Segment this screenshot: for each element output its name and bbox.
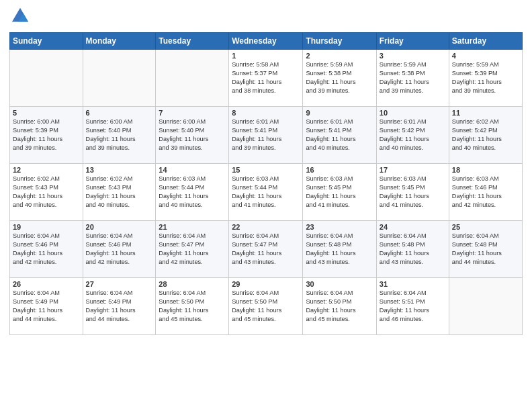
calendar-cell: 29Sunrise: 6:04 AM Sunset: 5:50 PM Dayli… bbox=[229, 278, 303, 335]
day-info: Sunrise: 5:59 AM Sunset: 5:38 PM Dayligh… bbox=[380, 60, 446, 95]
calendar-cell: 27Sunrise: 6:04 AM Sunset: 5:49 PM Dayli… bbox=[83, 278, 156, 335]
calendar-cell: 22Sunrise: 6:04 AM Sunset: 5:47 PM Dayli… bbox=[229, 221, 303, 278]
calendar-cell: 12Sunrise: 6:02 AM Sunset: 5:43 PM Dayli… bbox=[10, 164, 83, 221]
day-number: 26 bbox=[13, 280, 80, 288]
day-info: Sunrise: 6:01 AM Sunset: 5:42 PM Dayligh… bbox=[380, 118, 446, 152]
day-number: 21 bbox=[159, 223, 226, 231]
day-number: 20 bbox=[86, 223, 153, 231]
day-info: Sunrise: 6:04 AM Sunset: 5:50 PM Dayligh… bbox=[306, 289, 373, 324]
calendar-cell bbox=[10, 50, 83, 107]
calendar-cell: 25Sunrise: 6:04 AM Sunset: 5:48 PM Dayli… bbox=[449, 221, 522, 278]
day-number: 4 bbox=[452, 52, 519, 60]
day-info: Sunrise: 6:02 AM Sunset: 5:42 PM Dayligh… bbox=[452, 118, 519, 152]
weekday-label: Sunday bbox=[10, 33, 83, 50]
day-number: 9 bbox=[306, 109, 373, 117]
calendar-cell: 30Sunrise: 6:04 AM Sunset: 5:50 PM Dayli… bbox=[303, 278, 376, 335]
calendar-cell: 15Sunrise: 6:03 AM Sunset: 5:44 PM Dayli… bbox=[229, 164, 303, 221]
calendar-week-row: 1Sunrise: 5:58 AM Sunset: 5:37 PM Daylig… bbox=[10, 50, 523, 107]
calendar-cell: 8Sunrise: 6:01 AM Sunset: 5:41 PM Daylig… bbox=[229, 107, 303, 164]
calendar-cell: 5Sunrise: 6:00 AM Sunset: 5:39 PM Daylig… bbox=[10, 107, 83, 164]
day-number: 7 bbox=[159, 109, 226, 117]
day-info: Sunrise: 6:03 AM Sunset: 5:44 PM Dayligh… bbox=[232, 175, 300, 210]
calendar-cell: 26Sunrise: 6:04 AM Sunset: 5:49 PM Dayli… bbox=[10, 278, 83, 335]
day-number: 13 bbox=[86, 166, 153, 174]
calendar-cell: 24Sunrise: 6:04 AM Sunset: 5:48 PM Dayli… bbox=[376, 221, 449, 278]
day-info: Sunrise: 6:01 AM Sunset: 5:41 PM Dayligh… bbox=[306, 118, 373, 152]
day-info: Sunrise: 6:04 AM Sunset: 5:46 PM Dayligh… bbox=[13, 232, 80, 267]
day-info: Sunrise: 5:58 AM Sunset: 5:37 PM Dayligh… bbox=[232, 60, 300, 95]
day-info: Sunrise: 6:04 AM Sunset: 5:48 PM Dayligh… bbox=[306, 232, 373, 267]
day-number: 16 bbox=[306, 166, 373, 174]
day-info: Sunrise: 6:04 AM Sunset: 5:51 PM Dayligh… bbox=[380, 289, 446, 324]
calendar-cell: 31Sunrise: 6:04 AM Sunset: 5:51 PM Dayli… bbox=[376, 278, 449, 335]
weekday-label: Monday bbox=[83, 33, 156, 50]
day-info: Sunrise: 6:02 AM Sunset: 5:43 PM Dayligh… bbox=[86, 175, 153, 210]
day-info: Sunrise: 6:04 AM Sunset: 5:48 PM Dayligh… bbox=[452, 232, 519, 267]
calendar-cell: 23Sunrise: 6:04 AM Sunset: 5:48 PM Dayli… bbox=[303, 221, 376, 278]
weekday-label: Friday bbox=[376, 33, 449, 50]
calendar-week-row: 26Sunrise: 6:04 AM Sunset: 5:49 PM Dayli… bbox=[10, 278, 523, 335]
calendar-cell: 14Sunrise: 6:03 AM Sunset: 5:44 PM Dayli… bbox=[156, 164, 229, 221]
calendar-page: SundayMondayTuesdayWednesdayThursdayFrid… bbox=[0, 0, 532, 411]
calendar-cell: 21Sunrise: 6:04 AM Sunset: 5:47 PM Dayli… bbox=[156, 221, 229, 278]
day-info: Sunrise: 6:04 AM Sunset: 5:50 PM Dayligh… bbox=[159, 289, 226, 324]
calendar-cell: 4Sunrise: 5:59 AM Sunset: 5:39 PM Daylig… bbox=[449, 50, 522, 107]
calendar-body: 1Sunrise: 5:58 AM Sunset: 5:37 PM Daylig… bbox=[10, 50, 523, 335]
day-info: Sunrise: 6:00 AM Sunset: 5:39 PM Dayligh… bbox=[13, 118, 80, 152]
day-number: 5 bbox=[13, 109, 80, 117]
day-info: Sunrise: 6:02 AM Sunset: 5:43 PM Dayligh… bbox=[13, 175, 80, 210]
day-info: Sunrise: 5:59 AM Sunset: 5:38 PM Dayligh… bbox=[306, 60, 373, 95]
day-info: Sunrise: 6:00 AM Sunset: 5:40 PM Dayligh… bbox=[159, 118, 226, 152]
logo-icon bbox=[11, 7, 30, 26]
day-info: Sunrise: 6:04 AM Sunset: 5:49 PM Dayligh… bbox=[86, 289, 153, 324]
weekday-label: Thursday bbox=[303, 33, 376, 50]
day-number: 30 bbox=[306, 280, 373, 288]
day-info: Sunrise: 6:04 AM Sunset: 5:48 PM Dayligh… bbox=[380, 232, 446, 267]
weekday-header-row: SundayMondayTuesdayWednesdayThursdayFrid… bbox=[10, 33, 523, 50]
day-number: 10 bbox=[380, 109, 446, 117]
day-number: 6 bbox=[86, 109, 153, 117]
calendar-cell: 13Sunrise: 6:02 AM Sunset: 5:43 PM Dayli… bbox=[83, 164, 156, 221]
day-number: 24 bbox=[380, 223, 446, 231]
calendar-cell: 16Sunrise: 6:03 AM Sunset: 5:45 PM Dayli… bbox=[303, 164, 376, 221]
day-number: 17 bbox=[380, 166, 446, 174]
page-header bbox=[9, 7, 523, 28]
calendar-cell: 10Sunrise: 6:01 AM Sunset: 5:42 PM Dayli… bbox=[376, 107, 449, 164]
calendar-week-row: 19Sunrise: 6:04 AM Sunset: 5:46 PM Dayli… bbox=[10, 221, 523, 278]
day-info: Sunrise: 6:04 AM Sunset: 5:47 PM Dayligh… bbox=[159, 232, 226, 267]
day-info: Sunrise: 6:04 AM Sunset: 5:47 PM Dayligh… bbox=[232, 232, 300, 267]
calendar-cell: 9Sunrise: 6:01 AM Sunset: 5:41 PM Daylig… bbox=[303, 107, 376, 164]
day-info: Sunrise: 6:03 AM Sunset: 5:45 PM Dayligh… bbox=[306, 175, 373, 210]
day-info: Sunrise: 6:00 AM Sunset: 5:40 PM Dayligh… bbox=[86, 118, 153, 152]
day-info: Sunrise: 5:59 AM Sunset: 5:39 PM Dayligh… bbox=[452, 60, 519, 95]
calendar-week-row: 12Sunrise: 6:02 AM Sunset: 5:43 PM Dayli… bbox=[10, 164, 523, 221]
day-number: 1 bbox=[232, 52, 300, 60]
day-number: 29 bbox=[232, 280, 300, 288]
calendar-cell bbox=[156, 50, 229, 107]
day-info: Sunrise: 6:03 AM Sunset: 5:44 PM Dayligh… bbox=[159, 175, 226, 210]
day-number: 2 bbox=[306, 52, 373, 60]
calendar-cell: 2Sunrise: 5:59 AM Sunset: 5:38 PM Daylig… bbox=[303, 50, 376, 107]
day-number: 23 bbox=[306, 223, 373, 231]
calendar-cell bbox=[83, 50, 156, 107]
day-info: Sunrise: 6:04 AM Sunset: 5:46 PM Dayligh… bbox=[86, 232, 153, 267]
day-number: 22 bbox=[232, 223, 300, 231]
weekday-label: Tuesday bbox=[156, 33, 229, 50]
day-number: 25 bbox=[452, 223, 519, 231]
calendar-cell: 7Sunrise: 6:00 AM Sunset: 5:40 PM Daylig… bbox=[156, 107, 229, 164]
calendar-week-row: 5Sunrise: 6:00 AM Sunset: 5:39 PM Daylig… bbox=[10, 107, 523, 164]
day-number: 27 bbox=[86, 280, 153, 288]
day-info: Sunrise: 6:01 AM Sunset: 5:41 PM Dayligh… bbox=[232, 118, 300, 152]
day-info: Sunrise: 6:04 AM Sunset: 5:49 PM Dayligh… bbox=[13, 289, 80, 324]
calendar-cell: 3Sunrise: 5:59 AM Sunset: 5:38 PM Daylig… bbox=[376, 50, 449, 107]
calendar-table: SundayMondayTuesdayWednesdayThursdayFrid… bbox=[9, 32, 523, 335]
calendar-cell: 17Sunrise: 6:03 AM Sunset: 5:45 PM Dayli… bbox=[376, 164, 449, 221]
calendar-cell bbox=[449, 278, 522, 335]
day-number: 19 bbox=[13, 223, 80, 231]
day-number: 18 bbox=[452, 166, 519, 174]
day-info: Sunrise: 6:04 AM Sunset: 5:50 PM Dayligh… bbox=[232, 289, 300, 324]
day-number: 14 bbox=[159, 166, 226, 174]
calendar-cell: 11Sunrise: 6:02 AM Sunset: 5:42 PM Dayli… bbox=[449, 107, 522, 164]
calendar-cell: 20Sunrise: 6:04 AM Sunset: 5:46 PM Dayli… bbox=[83, 221, 156, 278]
calendar-cell: 19Sunrise: 6:04 AM Sunset: 5:46 PM Dayli… bbox=[10, 221, 83, 278]
